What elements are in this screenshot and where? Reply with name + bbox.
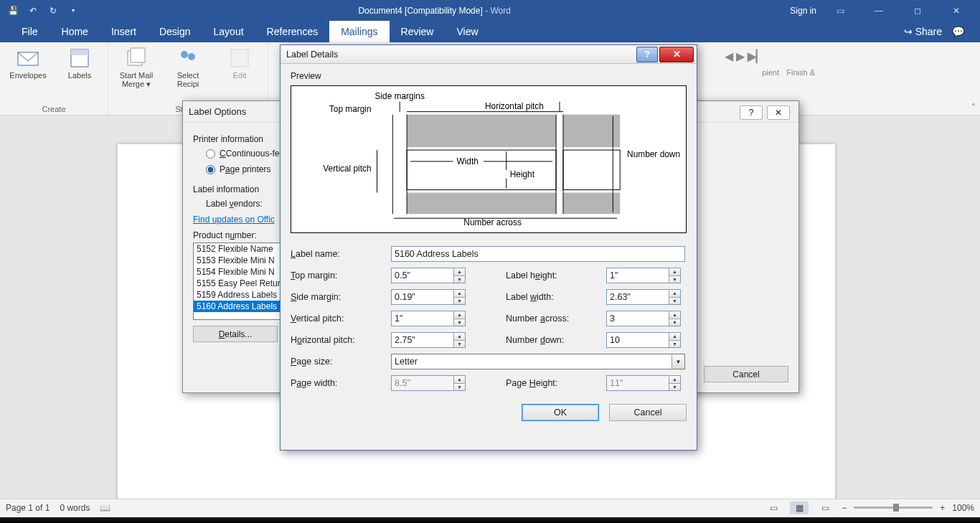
list-item[interactable]: 5153 Flexible Mini N [194,255,281,266]
tab-design[interactable]: Design [148,21,202,42]
mail-merge-icon [125,47,148,70]
svg-text:Number across: Number across [463,217,522,227]
number-across-input[interactable]: 3▲▼ [606,311,681,326]
tab-mailings[interactable]: Mailings [329,21,389,42]
svg-point-6 [188,53,195,60]
label-options-cancel-button[interactable]: Cancel [704,366,788,382]
list-item[interactable]: 5154 Flexible Mini N [194,266,281,278]
label-width-label: Label width: [506,292,606,302]
word-count[interactable]: 0 words [60,503,90,513]
ribbon-display-icon[interactable]: ▭ [825,6,855,16]
svg-rect-11 [563,150,620,189]
tab-insert[interactable]: Insert [100,21,148,42]
read-mode-icon[interactable]: ▭ [764,501,783,514]
label-details-help-button[interactable]: ? [636,47,658,62]
tab-references[interactable]: References [255,21,330,42]
vertical-pitch-label: Vertical pitch: [291,314,391,324]
tab-file[interactable]: File [10,21,50,42]
number-across-label: Number across: [506,314,606,324]
label-details-close-button[interactable]: ✕ [659,47,694,62]
page-width-label: Page width: [291,378,391,388]
label-width-input[interactable]: 2.63"▲▼ [606,289,681,305]
side-margin-label: Side margin: [291,292,391,302]
labels-button[interactable]: Labels [56,45,103,80]
window-title: Document4 [Compatibility Mode] - Word [79,6,790,16]
recipients-icon [176,47,199,70]
undo-icon[interactable]: ↶ [27,5,39,17]
save-icon[interactable]: 💾 [7,5,19,17]
maximize-icon[interactable]: ◻ [903,6,933,16]
preview-diagram: Side margins Top margin Horizontal pitch… [291,85,687,233]
minimize-icon[interactable]: — [864,6,894,16]
zoom-value[interactable]: 100% [952,503,974,513]
cancel-button[interactable]: Cancel [609,404,687,421]
qat-dropdown-icon[interactable]: ▾ [67,5,79,17]
label-details-title: Label Details [286,50,338,60]
statusbar: Page 1 of 1 0 words 📖 ▭ ▦ ▭ − + 100% [0,499,980,516]
page-height-input: 11"▲▼ [606,375,681,391]
zoom-in-button[interactable]: + [940,503,945,513]
label-name-input[interactable]: 5160 Address Labels [391,246,685,262]
tab-review[interactable]: Review [390,21,446,42]
edit-recipients-button[interactable]: Edit [216,45,263,89]
zoom-out-button[interactable]: − [842,503,847,513]
svg-text:Width: Width [456,156,478,166]
list-item[interactable]: 5155 Easy Peel Retur [194,278,281,289]
ribbon-collapse-icon[interactable]: ˄ [971,103,976,112]
label-details-dialog: Label Details ? ✕ Preview [280,44,697,451]
label-height-input[interactable]: 1"▲▼ [606,268,681,283]
svg-rect-12 [407,193,556,215]
list-item[interactable]: 5159 Address Labels [194,289,281,301]
product-number-list[interactable]: 5152 Flexible Name 5153 Flexible Mini N … [193,242,282,320]
list-item[interactable]: 5160 Address Labels [194,301,281,312]
web-layout-icon[interactable]: ▭ [816,501,834,514]
select-recipients-button[interactable]: Select Recipi [164,45,212,89]
side-margin-input[interactable]: 0.19"▲▼ [391,289,466,305]
group-create-label: Create [42,105,65,113]
svg-rect-8 [407,115,556,148]
envelopes-button[interactable]: Envelopes [4,45,52,80]
spellcheck-icon[interactable]: 📖 [100,503,110,513]
print-layout-icon[interactable]: ▦ [790,501,809,514]
svg-text:Horizontal pitch: Horizontal pitch [485,101,544,111]
ok-button[interactable]: OK [522,404,599,421]
label-options-help-button[interactable]: ? [740,105,763,120]
number-down-label: Number down: [506,335,606,345]
number-down-input[interactable]: 10▲▼ [606,332,681,348]
tab-home[interactable]: Home [50,21,100,42]
signin-link[interactable]: Sign in [790,6,816,16]
page-size-label: Page size: [291,357,391,367]
close-icon[interactable]: ✕ [941,6,971,16]
horizontal-pitch-input[interactable]: 2.75"▲▼ [391,332,466,348]
page-width-input: 8.5"▲▼ [391,375,466,391]
redo-icon[interactable]: ↻ [47,5,59,17]
start-mail-merge-button[interactable]: Start Mail Merge ▾ [113,45,160,89]
svg-rect-0 [18,52,38,65]
envelope-icon [17,47,39,70]
vertical-pitch-input[interactable]: 1"▲▼ [391,311,466,326]
label-options-close-button[interactable]: ✕ [767,105,790,120]
find-updates-link[interactable]: Find updates on Offic [193,215,275,225]
svg-text:Top margin: Top margin [329,104,372,114]
comments-icon[interactable]: 💬 [952,26,964,37]
details-button[interactable]: Details... [193,326,278,342]
svg-rect-7 [231,50,248,67]
svg-text:Side margins: Side margins [375,91,425,101]
tab-view[interactable]: View [445,21,489,42]
top-margin-label: Top margin: [291,270,391,281]
preview-label: Preview [291,71,687,81]
zoom-slider[interactable] [854,506,933,509]
list-item[interactable]: 5152 Flexible Name [194,243,281,255]
label-name-label: Label name: [291,249,391,259]
edit-icon [228,47,251,70]
label-height-label: Label height: [506,270,606,281]
page-indicator[interactable]: Page 1 of 1 [6,503,50,513]
svg-rect-2 [71,50,88,55]
recipient-truncated: pient [762,68,779,77]
tab-layout[interactable]: Layout [202,21,255,42]
page-size-select[interactable]: Letter▼ [391,354,685,369]
top-margin-input[interactable]: 0.5"▲▼ [391,268,466,283]
share-button[interactable]: ↪ Share [904,26,942,37]
svg-point-5 [181,51,188,58]
nav-record-buttons[interactable]: ◀ ▶ ▶▏ [725,50,765,63]
